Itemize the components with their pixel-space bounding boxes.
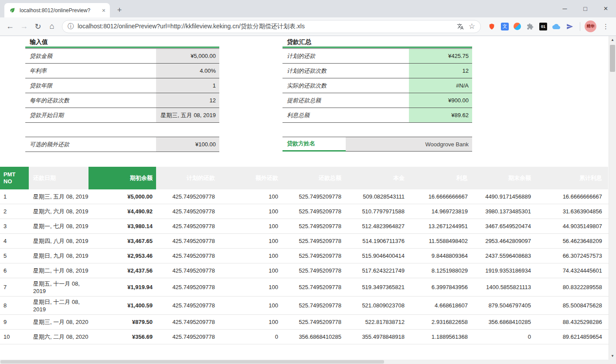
input-values-table: 贷款金额¥5,000.00年利率4.00%贷款年限1每年的还款次数12贷款开始日… — [25, 48, 219, 123]
vertical-scrollbar-thumb[interactable] — [610, 45, 615, 72]
schedule-cell: 100 — [219, 249, 282, 263]
schedule-cell: 星期一, 七月 08, 2019 — [29, 219, 88, 233]
schedule-row: 10星期六, 二月 08, 2020¥356.69425.74952097780… — [0, 330, 609, 344]
schedule-cell: 13.2671244951 — [409, 219, 472, 233]
schedule-cell: 525.7495209778 — [282, 189, 346, 204]
schedule-cell: 6 — [0, 263, 29, 278]
schedule-cell: 517.6243221749 — [346, 263, 409, 278]
schedule-cell: 425.7495209778 — [156, 263, 219, 278]
field-label: 提前还款总额 — [282, 93, 409, 108]
schedule-cell: 425.7495209778 — [156, 330, 219, 344]
field-value: ¥89.62 — [409, 108, 472, 122]
horizontal-scrollbar-thumb[interactable] — [0, 360, 384, 364]
back-button[interactable]: ← — [3, 20, 17, 33]
schedule-cell: ¥4,490.92 — [88, 204, 156, 219]
schedule-cell: 10 — [0, 330, 29, 344]
input-section-title: 输入值 — [25, 37, 219, 48]
schedule-cell: 4 — [0, 234, 29, 248]
forward-button[interactable]: → — [17, 20, 31, 33]
bookmark-star-icon[interactable]: ☆ — [469, 22, 475, 31]
schedule-cell: 9 — [0, 315, 29, 329]
schedule-cell: 525.7495209778 — [282, 204, 346, 219]
schedule-cell: 80.8322289558 — [535, 278, 608, 296]
field-label: 实际的还款次数 — [282, 78, 409, 93]
schedule-cell: 2437.5596408683 — [472, 249, 535, 263]
puzzle-extension-icon[interactable] — [526, 22, 534, 31]
schedule-cell: 2 — [0, 204, 29, 219]
bird-extension-icon[interactable] — [565, 22, 574, 31]
new-tab-button[interactable]: + — [114, 5, 125, 15]
schedule-header-cell: 期初余额 — [88, 167, 156, 189]
schedule-row: 6星期二, 十月 08, 2019¥2,437.56425.7495209778… — [0, 263, 609, 278]
schedule-cell: 1.1889561368 — [409, 330, 472, 344]
schedule-cell: 1400.5855821113 — [472, 278, 535, 296]
schedule-cell: 519.3497365821 — [346, 278, 409, 296]
browser-window: localhost:8012/onlinePreview? × + ─ □ × … — [0, 0, 616, 364]
schedule-cell: 522.817838712 — [346, 315, 409, 329]
schedule-cell: 星期日, 九月 08, 2019 — [29, 249, 88, 263]
field-value: ¥425.75 — [409, 49, 472, 63]
reload-button[interactable]: ↻ — [31, 20, 44, 33]
field-value: 星期三, 五月 08, 2019 — [156, 108, 219, 122]
ball-extension-icon[interactable] — [514, 23, 521, 30]
schedule-cell: 425.7495209778 — [156, 297, 219, 314]
home-button[interactable]: ⌂ — [45, 20, 58, 33]
schedule-header-cell: 额外还款 — [219, 167, 282, 189]
schedule-cell: 509.0828543111 — [346, 189, 409, 204]
kv-row: 年利率4.00% — [25, 64, 219, 78]
schedule-cell: ¥879.50 — [88, 315, 156, 329]
schedule-cell: 525.7495209778 — [282, 297, 346, 314]
address-bar[interactable]: ⓘ localhost:8012/onlinePreview?url=http:… — [62, 20, 481, 33]
translate-icon[interactable] — [456, 22, 465, 31]
schedule-row: 3星期一, 七月 08, 2019¥3,980.14425.7495209778… — [0, 219, 609, 234]
browser-tab[interactable]: localhost:8012/onlinePreview? × — [4, 3, 110, 17]
schedule-cell: ¥1,400.59 — [88, 297, 156, 314]
field-value: 4.00% — [156, 64, 219, 78]
field-label: 贷款开始日期 — [25, 108, 156, 122]
schedule-cell: 100 — [219, 219, 282, 233]
minimize-button[interactable]: ─ — [555, 0, 575, 17]
schedule-cell: 星期六, 六月 08, 2019 — [29, 204, 88, 219]
field-label: 贷款年限 — [25, 78, 156, 93]
schedule-cell: 356.6868410285 — [282, 330, 346, 344]
schedule-cell: 2.9316822658 — [409, 315, 472, 329]
scroll-down-icon[interactable]: ▼ — [609, 352, 616, 360]
profile-avatar[interactable]: 精华 — [585, 20, 596, 32]
scroll-up-icon[interactable]: ▲ — [609, 36, 616, 44]
vertical-scrollbar[interactable]: ▲ ▼ — [609, 36, 616, 360]
badge-01-extension-icon[interactable]: 01 — [539, 23, 547, 30]
kv-row: 实际的还款次数#N/A — [282, 78, 472, 93]
page-info-icon[interactable]: ⓘ — [68, 23, 74, 30]
horizontal-scrollbar[interactable] — [0, 360, 609, 364]
maximize-button[interactable]: □ — [575, 0, 596, 17]
schedule-cell: 0 — [472, 330, 535, 344]
schedule-header-cell: 还款总额 — [282, 167, 346, 189]
schedule-cell: 525.7495209778 — [282, 219, 346, 233]
schedule-cell: 89.6214859654 — [535, 330, 608, 344]
schedule-cell: ¥3,980.14 — [88, 219, 156, 233]
shield-extension-icon[interactable] — [487, 22, 496, 31]
field-value: #N/A — [409, 78, 472, 93]
schedule-cell: ¥2,953.46 — [88, 249, 156, 263]
field-label: 贷款金额 — [25, 49, 156, 63]
schedule-cell: 100 — [219, 234, 282, 248]
cloud-extension-icon[interactable] — [552, 22, 561, 31]
extension-area: 文 01 — [484, 22, 577, 31]
tab-close-icon[interactable]: × — [101, 7, 106, 14]
schedule-cell: 512.4823964827 — [346, 219, 409, 233]
schedule-cell: 2953.4642809097 — [472, 234, 535, 248]
browser-menu-icon[interactable]: ⋮ — [599, 23, 613, 30]
schedule-row: 7星期五, 十一月 08, 2019¥1,919.94425.749520977… — [0, 278, 609, 297]
schedule-cell: ¥2,437.56 — [88, 263, 156, 278]
field-label: 每年的还款次数 — [25, 93, 156, 108]
schedule-row: 1星期三, 五月 08, 2019¥5,000.00425.7495209778… — [0, 189, 609, 204]
translate-extension-icon[interactable]: 文 — [501, 23, 509, 30]
kv-row: 每年的还款次数12 — [25, 93, 219, 108]
schedule-cell: 85.5008475628 — [535, 297, 608, 314]
schedule-cell: 星期三, 五月 08, 2019 — [29, 189, 88, 204]
schedule-cell: 425.7495209778 — [156, 219, 219, 233]
kv-row: 贷款年限1 — [25, 78, 219, 93]
schedule-cell: 521.0809023708 — [346, 297, 409, 314]
schedule-cell: 14.969723819 — [409, 204, 472, 219]
close-button[interactable]: × — [596, 0, 616, 17]
